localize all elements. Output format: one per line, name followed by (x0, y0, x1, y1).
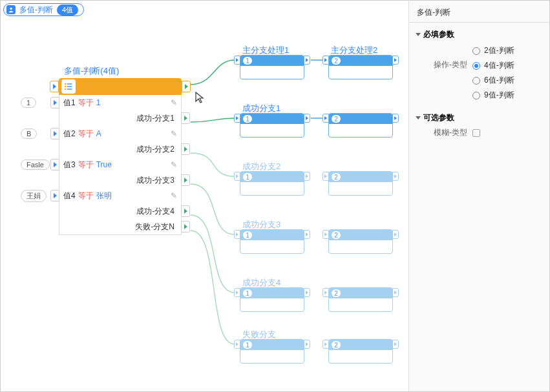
mini-node[interactable]: 1 (240, 287, 304, 312)
port-out-icon[interactable] (182, 81, 191, 92)
svg-rect-6 (67, 88, 72, 89)
main-node-title: 多值-判断(4值) (59, 65, 182, 77)
port-in-icon[interactable] (50, 190, 59, 201)
mini-node[interactable]: 1 (240, 171, 304, 196)
port-out-icon[interactable] (304, 114, 310, 123)
edit-icon[interactable]: ✎ (171, 129, 177, 138)
node-badge: 1 (243, 115, 252, 123)
operator-label: 等于 (78, 98, 94, 108)
input-chip[interactable]: 1 (21, 98, 36, 108)
radio-option[interactable]: 4值-判断 (472, 60, 514, 71)
node-badge: 2 (332, 173, 341, 181)
branch-row[interactable]: 成功-分支1 (59, 110, 181, 126)
input-chip[interactable]: Fasle (21, 160, 50, 170)
value-text: 张明 (96, 191, 112, 201)
port-out-icon[interactable] (392, 340, 399, 349)
port-out-icon[interactable] (304, 172, 310, 181)
mini-node[interactable]: 2 (328, 287, 393, 312)
port-out-icon[interactable] (181, 143, 190, 155)
port-out-icon[interactable] (304, 230, 310, 239)
sidebar-tab[interactable]: 多值-判断 (409, 3, 549, 23)
mini-node[interactable]: 1 (240, 229, 304, 254)
node-badge: 1 (243, 341, 252, 349)
branch-row[interactable]: 成功-分支3 (59, 172, 181, 188)
branch-label: 成功-分支3 (136, 175, 175, 186)
port-in-icon[interactable] (323, 288, 329, 297)
port-out-icon[interactable] (392, 172, 399, 181)
svg-point-5 (65, 88, 67, 90)
mini-node[interactable]: 2 (328, 55, 393, 79)
port-out-icon[interactable] (392, 56, 399, 65)
port-in-icon[interactable] (323, 230, 329, 239)
branch-label: 成功-分支2 (136, 144, 175, 155)
value-row[interactable]: 王娟值4等于张明✎ (59, 188, 181, 203)
section-header-required[interactable]: 必填参数 (409, 26, 549, 43)
radio-label: 4值-判断 (484, 60, 514, 71)
canvas[interactable]: 多值-判断 4值 多值-判断(4值) 1值1等于1✎成功-分支1B值2等于A✎成… (1, 1, 408, 391)
section-header-optional[interactable]: 可选参数 (409, 110, 549, 126)
value-row[interactable]: 1值1等于1✎ (59, 95, 181, 110)
edit-icon[interactable]: ✎ (171, 98, 177, 107)
value-label: 值4 (63, 191, 76, 201)
person-icon (6, 5, 16, 14)
port-out-icon[interactable] (304, 340, 310, 349)
mini-node[interactable]: 2 (328, 229, 393, 254)
radio-option[interactable]: 6值-判断 (472, 75, 514, 86)
value-row[interactable]: B值2等于A✎ (59, 126, 181, 141)
port-out-icon[interactable] (181, 112, 190, 124)
radio-icon (472, 92, 480, 99)
branch-row[interactable]: 失败-分支N (59, 219, 181, 234)
value-label: 值3 (63, 160, 76, 170)
radio-option[interactable]: 2值-判断 (472, 45, 514, 56)
main-node[interactable]: 多值-判断(4值) 1值1等于1✎成功-分支1B值2等于A✎成功-分支2Fasl… (59, 65, 182, 235)
edit-icon[interactable]: ✎ (171, 160, 177, 169)
edit-icon[interactable]: ✎ (171, 191, 177, 200)
node-badge: 2 (332, 231, 341, 239)
port-out-icon[interactable] (181, 174, 190, 186)
port-out-icon[interactable] (181, 205, 190, 217)
port-out-icon[interactable] (304, 56, 310, 65)
value-row[interactable]: Fasle值3等于True✎ (59, 157, 181, 172)
port-out-icon[interactable] (392, 230, 399, 239)
mini-node[interactable]: 1 (240, 339, 304, 364)
port-in-icon[interactable] (50, 159, 59, 170)
port-in-icon[interactable] (234, 288, 240, 297)
value-label: 值2 (63, 129, 76, 139)
fuzzy-checkbox[interactable] (472, 129, 480, 137)
disclosure-icon (416, 33, 421, 36)
mini-node[interactable]: 1 (240, 113, 304, 138)
port-in-icon[interactable] (234, 56, 240, 65)
branch-row[interactable]: 成功-分支2 (59, 141, 181, 157)
port-in-icon[interactable] (50, 128, 59, 139)
input-chip[interactable]: B (21, 129, 37, 139)
mini-node[interactable]: 2 (328, 113, 393, 138)
port-in-icon[interactable] (234, 230, 240, 239)
port-out-icon[interactable] (181, 221, 190, 232)
main-node-header[interactable] (59, 78, 182, 95)
node-badge: 2 (332, 115, 341, 123)
port-in-icon[interactable] (234, 114, 240, 123)
mini-node[interactable]: 2 (328, 339, 393, 364)
port-out-icon[interactable] (392, 114, 399, 123)
port-in-icon[interactable] (234, 172, 240, 181)
radio-option[interactable]: 9值-判断 (472, 90, 514, 101)
port-in-icon[interactable] (323, 172, 329, 181)
port-in-icon[interactable] (50, 81, 59, 92)
mini-node[interactable]: 2 (328, 171, 393, 196)
port-out-icon[interactable] (392, 288, 399, 297)
mini-node[interactable]: 1 (240, 55, 304, 79)
list-icon (61, 79, 76, 94)
branch-row[interactable]: 成功-分支4 (59, 203, 181, 219)
radio-group: 2值-判断4值-判断6值-判断9值-判断 (472, 45, 514, 101)
port-out-icon[interactable] (304, 288, 310, 297)
port-in-icon[interactable] (234, 340, 240, 349)
required-section: 必填参数 操作-类型 2值-判断4值-判断6值-判断9值-判断 (409, 23, 549, 106)
port-in-icon[interactable] (323, 340, 329, 349)
input-chip[interactable]: 王娟 (21, 190, 47, 202)
port-in-icon[interactable] (50, 97, 59, 108)
radio-label: 9值-判断 (484, 90, 514, 101)
svg-point-3 (65, 86, 67, 88)
port-in-icon[interactable] (323, 56, 329, 65)
breadcrumb[interactable]: 多值-判断 4值 (3, 3, 84, 16)
port-in-icon[interactable] (323, 114, 329, 123)
